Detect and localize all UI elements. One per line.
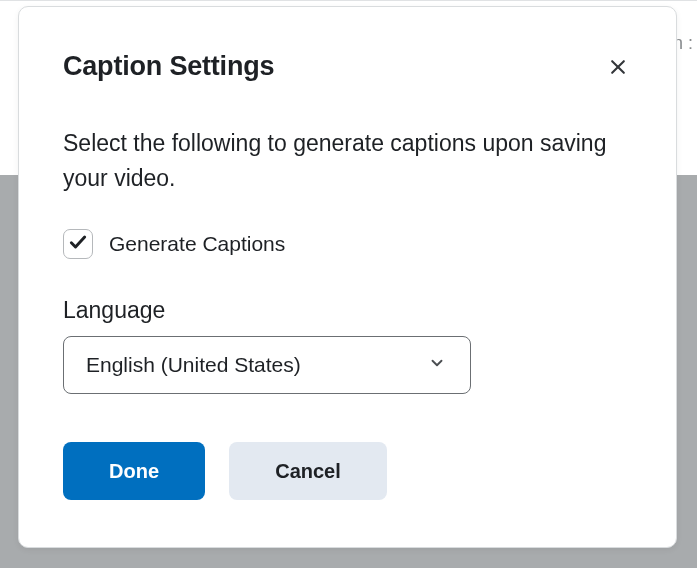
language-label: Language — [63, 297, 632, 324]
checkmark-icon — [68, 232, 88, 256]
modal-actions: Done Cancel — [63, 442, 632, 500]
generate-captions-row: Generate Captions — [63, 229, 632, 259]
cancel-button[interactable]: Cancel — [229, 442, 387, 500]
language-select[interactable]: English (United States) — [63, 336, 471, 394]
modal-title: Caption Settings — [63, 51, 274, 82]
language-select-wrap: English (United States) — [63, 336, 471, 394]
generate-captions-checkbox[interactable] — [63, 229, 93, 259]
done-button[interactable]: Done — [63, 442, 205, 500]
modal-description: Select the following to generate caption… — [63, 126, 632, 195]
close-button[interactable] — [604, 53, 632, 84]
caption-settings-modal: Caption Settings Select the following to… — [18, 6, 677, 548]
generate-captions-label: Generate Captions — [109, 232, 285, 256]
language-select-value: English (United States) — [86, 353, 301, 377]
close-icon — [608, 57, 628, 80]
chevron-down-icon — [428, 354, 446, 376]
modal-header: Caption Settings — [63, 51, 632, 84]
language-section: Language English (United States) — [63, 297, 632, 394]
